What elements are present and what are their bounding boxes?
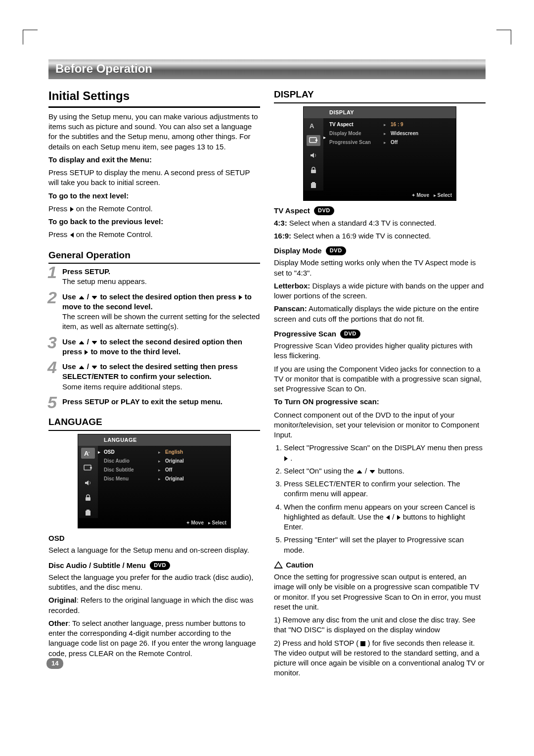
section-header-bar: Before Operation (48, 59, 486, 79)
text: to move to the third level. (90, 347, 180, 356)
text: Select (212, 520, 226, 525)
text: / (87, 292, 91, 301)
up-arrow-icon (79, 341, 85, 344)
osd-row: TV Aspect ▸ 16 : 9 (329, 120, 453, 129)
osd-text: Select a language for the Setup menu and… (48, 545, 260, 555)
initial-settings-intro: By using the Setup menu, you can make va… (48, 112, 260, 152)
text: Select when a standard 4:3 TV is connect… (287, 219, 437, 227)
up-arrow-icon (356, 470, 362, 473)
osd-tab-language-icon: A (307, 120, 320, 131)
down-arrow-icon (91, 366, 97, 369)
right-arrow-icon (70, 207, 74, 212)
list-item: Select "Progressive Scan" on the DISPLAY… (284, 443, 486, 463)
left-column: Initial Settings By using the Setup menu… (48, 86, 260, 681)
step-4-bold: Use / to select the desired setting then… (62, 362, 238, 380)
tv-aspect-169: 16:9: Select when a 16:9 wide TV is conn… (274, 231, 486, 241)
display-exit-text: Press SETUP to display the menu. A secon… (48, 168, 260, 188)
panscan-text: Panscan: Automatically displays the wide… (274, 304, 486, 324)
down-arrow-icon (369, 470, 375, 473)
stop-icon (360, 641, 365, 646)
heading-progressive-scan: Progressive Scan DVD (274, 329, 486, 339)
osd-tab-lock-icon (81, 492, 95, 503)
text: 16:9: (274, 232, 291, 240)
svg-rect-11 (311, 183, 316, 188)
osd-row-value: 16 : 9 (391, 121, 403, 128)
svg-rect-3 (90, 467, 92, 469)
original-text: Original: Refers to the original languag… (48, 595, 260, 615)
step-3-bold: Use / to select the second desired optio… (62, 337, 242, 356)
osd-footer: ✦ Move ▸ Select (78, 518, 230, 528)
caution-step-2: 2) Press and hold STOP ( ) for five seco… (274, 638, 486, 678)
right-arrow-icon (397, 515, 400, 520)
select-hint: ▸ Select (434, 192, 452, 199)
text: / (87, 337, 91, 346)
text: Select when a 16:9 wide TV is connected. (291, 232, 431, 240)
heading-language: LANGUAGE (48, 416, 260, 431)
right-arrow-icon: ▸ (384, 140, 391, 145)
right-arrow-icon: ▸ (158, 467, 165, 473)
svg-rect-12 (312, 182, 315, 184)
step-number: 3 (47, 334, 57, 351)
osd-row-label: TV Aspect (329, 121, 384, 128)
right-arrow-icon: ▸ (158, 476, 165, 482)
text: Other (48, 619, 68, 627)
next-level-heading: To go to the next level: (48, 191, 129, 200)
step-4-text: Some items require additional steps. (62, 382, 182, 391)
pscan-on-text: Connect component out of the DVD to the … (274, 410, 486, 440)
text: on the Remote Control. (76, 230, 153, 238)
text: to select the desired option then press (100, 292, 238, 301)
text: 4:3: (274, 219, 287, 227)
osd-row: OSD ▸ English (104, 448, 227, 457)
text: Select "On" using the (284, 467, 356, 475)
step-1-text: The setup menu appears. (62, 277, 147, 285)
text: Press (48, 230, 70, 238)
list-item: Select "On" using the / buttons. (284, 466, 486, 476)
step-1-bold: Press SETUP. (62, 267, 110, 276)
osd-row: Progressive Scan ▸ Off (329, 138, 453, 147)
dvd-badge: DVD (150, 561, 170, 570)
pscan-text-2: If you are using the Component Video jac… (274, 364, 486, 394)
pscan-steps-list: Select "Progressive Scan" on the DISPLAY… (274, 443, 486, 555)
text: / (365, 467, 369, 475)
osd-row-value: Off (391, 139, 398, 146)
text: Progressive Scan (274, 330, 336, 338)
step-2-text: The screen will be shown the current set… (62, 312, 260, 331)
dvd-badge: DVD (340, 330, 360, 338)
heading-tv-aspect: TV Aspect DVD (274, 206, 486, 216)
step-2-bold: Use / to select the desired option then … (62, 292, 252, 311)
text: Panscan: (274, 304, 307, 313)
step-5: 5 Press SETUP or PLAY to exit the setup … (48, 397, 260, 407)
osd-row: Disc Subtitle ▸ Off (104, 466, 227, 474)
svg-rect-9 (315, 140, 317, 141)
svg-rect-4 (86, 497, 90, 501)
text: Display Mode (274, 246, 322, 255)
osd-row-label: Progressive Scan (329, 139, 384, 146)
text: Remove any disc from the unit and close … (274, 615, 475, 634)
text: Use (62, 362, 78, 371)
down-arrow-icon (91, 341, 97, 344)
step-3: 3 Use / to select the second desired opt… (48, 337, 260, 357)
heading-initial-settings: Initial Settings (48, 88, 260, 107)
page-number: 14 (46, 658, 63, 669)
osd-row: Disc Audio ▸ Original (104, 457, 227, 466)
osd-tab-lock-icon (307, 165, 320, 176)
text: Move (416, 192, 429, 198)
dvd-badge: DVD (314, 206, 334, 215)
text: / (392, 513, 396, 521)
right-arrow-icon (284, 456, 288, 461)
heading-disc-audio: Disc Audio / Subtitle / Menu DVD (48, 561, 260, 570)
move-hint: ✦ Move (411, 192, 429, 199)
svg-rect-8 (310, 138, 316, 142)
osd-tab-language-icon: A• (81, 448, 95, 459)
list-item: When the confirm menu appears on your sc… (284, 502, 486, 532)
heading-display-mode: Display Mode DVD (274, 246, 486, 256)
osd-row-label: Disc Subtitle (104, 467, 158, 473)
osd-row-label: OSD (104, 449, 158, 456)
heading-caution: ! Caution (274, 560, 486, 570)
prev-level-text: Press on the Remote Control. (48, 230, 260, 239)
tv-aspect-43: 4:3: Select when a standard 4:3 TV is co… (274, 218, 486, 228)
osd-title: LANGUAGE (78, 434, 230, 446)
left-arrow-icon (386, 515, 390, 520)
heading-general-operation: General Operation (48, 249, 260, 264)
osd-tab-display-icon (307, 135, 320, 146)
